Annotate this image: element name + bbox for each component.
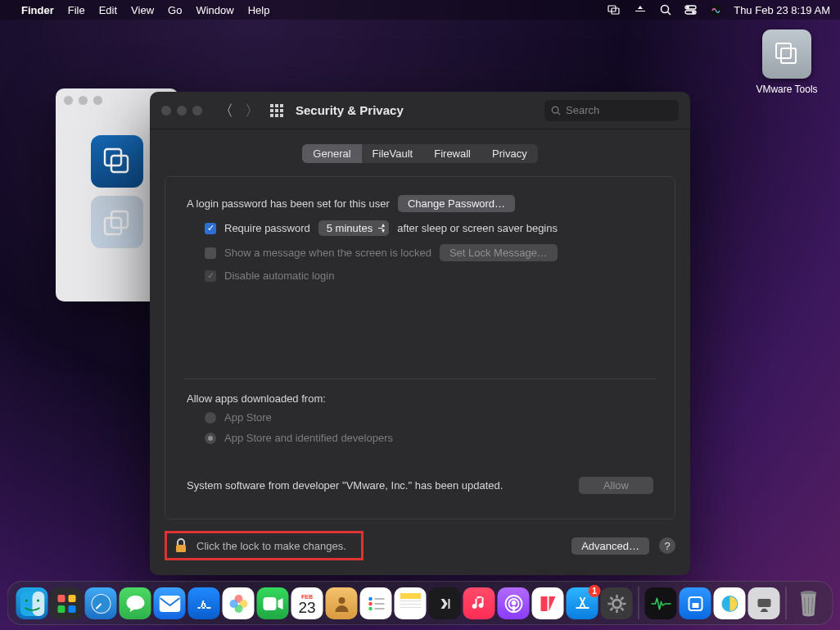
dock-podcasts[interactable] <box>498 587 530 619</box>
dock-messages[interactable] <box>120 587 151 619</box>
traffic-lights[interactable] <box>161 106 202 116</box>
siri-icon[interactable] <box>710 4 722 16</box>
dock-trash[interactable] <box>793 587 824 619</box>
menu-view[interactable]: View <box>131 4 154 16</box>
svg-line-4 <box>668 12 671 16</box>
set-lock-message-button: Set Lock Message… <box>440 244 558 261</box>
svg-rect-52 <box>400 601 421 601</box>
dock-contacts[interactable] <box>326 587 358 619</box>
prefs-search[interactable]: Search <box>544 100 679 121</box>
svg-rect-51 <box>400 593 421 599</box>
svg-rect-43 <box>263 597 276 610</box>
prefs-footer: Click the lock to make changes. Advanced… <box>150 519 690 575</box>
dock-news[interactable] <box>532 587 564 619</box>
keyboard-icon[interactable] <box>634 5 647 15</box>
svg-rect-12 <box>105 149 121 165</box>
dock-music[interactable] <box>463 587 495 619</box>
svg-rect-14 <box>105 218 121 234</box>
password-delay-select[interactable]: 5 minutes▴▾ <box>318 220 389 236</box>
require-password-checkbox[interactable]: ✓ <box>205 223 216 234</box>
control-center-icon[interactable] <box>684 5 697 15</box>
dock-safari[interactable] <box>85 587 117 619</box>
change-password-button[interactable]: Change Password… <box>398 195 515 212</box>
dock-finder[interactable] <box>16 587 48 619</box>
menubar: Finder File Edit View Go Window Help Thu… <box>0 0 840 20</box>
svg-rect-16 <box>270 104 273 107</box>
menu-help[interactable]: Help <box>248 4 270 16</box>
svg-rect-15 <box>111 211 128 228</box>
disable-autologin-checkbox: ✓ <box>205 270 216 282</box>
svg-rect-27 <box>176 545 186 552</box>
dock-photos[interactable] <box>223 587 255 619</box>
tab-general[interactable]: General <box>302 144 361 163</box>
svg-rect-54 <box>400 607 421 608</box>
svg-rect-20 <box>275 109 278 112</box>
show-all-icon[interactable] <box>269 103 284 118</box>
tab-filevault[interactable]: FileVault <box>362 144 424 163</box>
svg-rect-13 <box>111 156 128 172</box>
dock-app-store[interactable]: 1 <box>567 587 598 619</box>
svg-line-66 <box>621 597 623 600</box>
menu-app[interactable]: Finder <box>21 4 54 16</box>
dock-facetime[interactable] <box>257 587 289 619</box>
svg-rect-10 <box>776 43 791 58</box>
dock-store[interactable] <box>188 587 220 619</box>
search-icon <box>551 106 561 116</box>
dock-launchpad[interactable] <box>51 587 83 619</box>
menu-window[interactable]: Window <box>196 4 233 16</box>
dock-app-2[interactable] <box>714 587 746 619</box>
tab-privacy[interactable]: Privacy <box>481 144 538 163</box>
svg-rect-34 <box>57 605 65 613</box>
menu-edit[interactable]: Edit <box>99 4 117 16</box>
dock-app-1[interactable] <box>680 587 711 619</box>
prefs-toolbar: 〈 〉 Security & Privacy Search <box>150 92 690 129</box>
menu-go[interactable]: Go <box>168 4 182 16</box>
svg-point-3 <box>662 6 669 13</box>
svg-rect-33 <box>68 595 75 602</box>
svg-point-49 <box>368 606 372 610</box>
svg-rect-38 <box>159 596 180 612</box>
svg-point-30 <box>25 599 27 601</box>
lock-row-highlight: Click the lock to make changes. <box>165 531 364 560</box>
dock-calendar[interactable]: FEB23 <box>291 587 323 619</box>
dock-app-3[interactable] <box>748 587 780 619</box>
dock-tv[interactable] <box>429 587 461 619</box>
help-button[interactable]: ? <box>659 537 675 554</box>
prefs-tabs: General FileVault Firewall Privacy <box>302 144 537 163</box>
disk-icon <box>762 29 811 79</box>
stage-manager-icon[interactable] <box>607 5 621 15</box>
desktop-vm-tools[interactable]: VMware Tools <box>750 29 824 95</box>
svg-rect-46 <box>374 598 384 600</box>
svg-line-65 <box>610 608 612 610</box>
svg-rect-18 <box>280 104 283 107</box>
spotlight-icon[interactable] <box>660 4 671 16</box>
svg-rect-53 <box>400 604 421 605</box>
lock-icon[interactable] <box>174 538 188 553</box>
dock-reminders[interactable] <box>360 587 392 619</box>
forward-button: 〉 <box>243 101 261 120</box>
advanced-button[interactable]: Advanced… <box>571 537 649 555</box>
radio-appstore <box>205 412 216 424</box>
menubar-clock[interactable]: Thu Feb 23 8:19 AM <box>734 4 830 16</box>
dock-mail[interactable] <box>154 587 186 619</box>
vm-installer-icon[interactable] <box>91 135 143 188</box>
allow-apps-label: Allow apps downloaded from: <box>187 392 326 405</box>
svg-rect-17 <box>275 104 278 107</box>
svg-line-26 <box>558 112 560 115</box>
svg-rect-22 <box>270 114 273 117</box>
dock-notes[interactable] <box>395 587 427 619</box>
back-button[interactable]: 〈 <box>217 101 235 120</box>
dock-activity-monitor[interactable] <box>645 587 677 619</box>
svg-point-58 <box>612 600 621 608</box>
tab-firewall[interactable]: Firewall <box>423 144 481 163</box>
svg-line-64 <box>621 608 623 610</box>
lock-text: Click the lock to make changes. <box>196 540 346 552</box>
svg-rect-29 <box>32 591 44 616</box>
svg-rect-19 <box>270 109 273 112</box>
svg-point-47 <box>368 601 372 605</box>
search-placeholder: Search <box>566 104 599 116</box>
dock-system-preferences[interactable] <box>601 587 633 619</box>
svg-point-25 <box>552 107 558 113</box>
menu-file[interactable]: File <box>68 4 85 16</box>
svg-rect-23 <box>275 114 278 117</box>
